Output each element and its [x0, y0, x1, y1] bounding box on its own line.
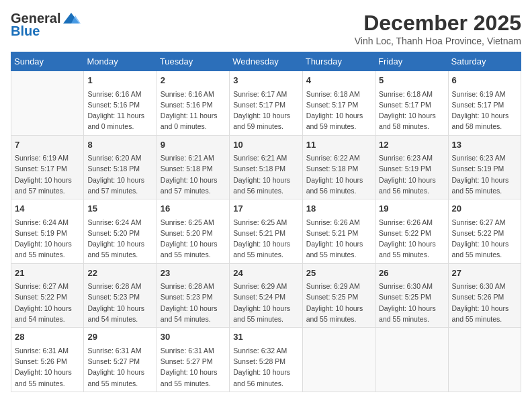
day-info: Sunrise: 6:17 AMSunset: 5:17 PMDaylight:… — [233, 89, 298, 132]
day-cell: 31Sunrise: 6:32 AMSunset: 5:28 PMDayligh… — [230, 328, 302, 392]
day-cell: 16Sunrise: 6:25 AMSunset: 5:20 PMDayligh… — [157, 199, 229, 264]
day-number: 26 — [379, 267, 444, 280]
day-info: Sunrise: 6:27 AMSunset: 5:22 PMDaylight:… — [15, 281, 80, 324]
day-info: Sunrise: 6:31 AMSunset: 5:26 PMDaylight:… — [15, 345, 80, 389]
day-info: Sunrise: 6:23 AMSunset: 5:19 PMDaylight:… — [379, 152, 444, 196]
day-number: 29 — [87, 330, 152, 344]
day-cell — [375, 328, 448, 392]
day-cell: 13Sunrise: 6:23 AMSunset: 5:19 PMDayligh… — [448, 135, 521, 199]
day-cell: 25Sunrise: 6:29 AMSunset: 5:25 PMDayligh… — [302, 263, 375, 328]
day-number: 17 — [233, 202, 298, 216]
day-info: Sunrise: 6:26 AMSunset: 5:21 PMDaylight:… — [306, 217, 371, 261]
day-info: Sunrise: 6:25 AMSunset: 5:20 PMDaylight:… — [161, 217, 226, 261]
col-header-wednesday: Wednesday — [230, 52, 302, 71]
day-number: 8 — [87, 138, 152, 152]
day-number: 15 — [87, 202, 152, 216]
week-row-4: 21Sunrise: 6:27 AMSunset: 5:22 PMDayligh… — [11, 263, 521, 328]
day-cell — [11, 71, 84, 136]
day-number: 27 — [452, 267, 517, 280]
day-cell: 12Sunrise: 6:23 AMSunset: 5:19 PMDayligh… — [375, 135, 448, 199]
day-cell: 8Sunrise: 6:20 AMSunset: 5:18 PMDaylight… — [84, 135, 157, 199]
day-number: 19 — [379, 202, 444, 216]
week-row-3: 14Sunrise: 6:24 AMSunset: 5:19 PMDayligh… — [11, 199, 521, 264]
day-cell: 27Sunrise: 6:30 AMSunset: 5:26 PMDayligh… — [448, 263, 521, 328]
subtitle: Vinh Loc, Thanh Hoa Province, Vietnam — [355, 36, 521, 46]
col-header-friday: Friday — [375, 52, 448, 71]
day-cell — [302, 328, 375, 392]
logo-blue-text: Blue — [11, 24, 40, 39]
day-info: Sunrise: 6:16 AMSunset: 5:16 PMDaylight:… — [161, 89, 226, 132]
day-cell: 23Sunrise: 6:28 AMSunset: 5:23 PMDayligh… — [157, 263, 229, 328]
day-cell: 21Sunrise: 6:27 AMSunset: 5:22 PMDayligh… — [11, 263, 84, 328]
day-info: Sunrise: 6:29 AMSunset: 5:25 PMDaylight:… — [306, 281, 371, 324]
day-number: 22 — [87, 267, 152, 280]
day-info: Sunrise: 6:30 AMSunset: 5:26 PMDaylight:… — [452, 281, 517, 324]
day-number: 20 — [452, 202, 517, 216]
day-cell: 6Sunrise: 6:19 AMSunset: 5:17 PMDaylight… — [448, 71, 521, 136]
day-info: Sunrise: 6:21 AMSunset: 5:18 PMDaylight:… — [233, 152, 298, 196]
col-header-sunday: Sunday — [11, 52, 84, 71]
day-info: Sunrise: 6:31 AMSunset: 5:27 PMDaylight:… — [161, 345, 226, 389]
day-number: 1 — [87, 74, 152, 87]
week-row-2: 7Sunrise: 6:19 AMSunset: 5:17 PMDaylight… — [11, 135, 521, 199]
day-info: Sunrise: 6:19 AMSunset: 5:17 PMDaylight:… — [15, 152, 80, 196]
day-info: Sunrise: 6:24 AMSunset: 5:20 PMDaylight:… — [87, 217, 152, 261]
day-cell: 17Sunrise: 6:25 AMSunset: 5:21 PMDayligh… — [230, 199, 302, 264]
day-cell: 26Sunrise: 6:30 AMSunset: 5:25 PMDayligh… — [375, 263, 448, 328]
day-info: Sunrise: 6:23 AMSunset: 5:19 PMDaylight:… — [452, 152, 517, 196]
col-header-thursday: Thursday — [302, 52, 375, 71]
logo-icon — [62, 11, 81, 26]
title-area: December 2025 Vinh Loc, Thanh Hoa Provin… — [355, 11, 521, 46]
col-header-monday: Monday — [84, 52, 157, 71]
day-number: 24 — [233, 267, 298, 280]
day-cell: 3Sunrise: 6:17 AMSunset: 5:17 PMDaylight… — [230, 71, 302, 136]
day-info: Sunrise: 6:25 AMSunset: 5:21 PMDaylight:… — [233, 217, 298, 261]
day-number: 28 — [15, 330, 80, 344]
day-info: Sunrise: 6:26 AMSunset: 5:22 PMDaylight:… — [379, 217, 444, 261]
day-number: 7 — [15, 138, 80, 152]
day-info: Sunrise: 6:32 AMSunset: 5:28 PMDaylight:… — [233, 345, 298, 389]
day-info: Sunrise: 6:18 AMSunset: 5:17 PMDaylight:… — [306, 89, 371, 132]
day-info: Sunrise: 6:31 AMSunset: 5:27 PMDaylight:… — [87, 345, 152, 389]
day-info: Sunrise: 6:28 AMSunset: 5:23 PMDaylight:… — [87, 281, 152, 324]
day-info: Sunrise: 6:27 AMSunset: 5:22 PMDaylight:… — [452, 217, 517, 261]
day-cell: 30Sunrise: 6:31 AMSunset: 5:27 PMDayligh… — [157, 328, 229, 392]
day-cell: 22Sunrise: 6:28 AMSunset: 5:23 PMDayligh… — [84, 263, 157, 328]
day-cell: 1Sunrise: 6:16 AMSunset: 5:16 PMDaylight… — [84, 71, 157, 136]
day-info: Sunrise: 6:22 AMSunset: 5:18 PMDaylight:… — [306, 152, 371, 196]
week-row-5: 28Sunrise: 6:31 AMSunset: 5:26 PMDayligh… — [11, 328, 521, 392]
col-header-tuesday: Tuesday — [157, 52, 229, 71]
day-info: Sunrise: 6:18 AMSunset: 5:17 PMDaylight:… — [379, 89, 444, 132]
day-number: 2 — [161, 74, 226, 87]
day-number: 21 — [15, 267, 80, 280]
day-number: 14 — [15, 202, 80, 216]
week-row-1: 1Sunrise: 6:16 AMSunset: 5:16 PMDaylight… — [11, 71, 521, 136]
day-number: 23 — [161, 267, 226, 280]
day-cell: 4Sunrise: 6:18 AMSunset: 5:17 PMDaylight… — [302, 71, 375, 136]
day-number: 10 — [233, 138, 298, 152]
day-number: 25 — [306, 267, 371, 280]
day-cell: 14Sunrise: 6:24 AMSunset: 5:19 PMDayligh… — [11, 199, 84, 264]
header-row: SundayMondayTuesdayWednesdayThursdayFrid… — [11, 52, 521, 71]
day-cell: 24Sunrise: 6:29 AMSunset: 5:24 PMDayligh… — [230, 263, 302, 328]
day-cell: 28Sunrise: 6:31 AMSunset: 5:26 PMDayligh… — [11, 328, 84, 392]
day-cell: 9Sunrise: 6:21 AMSunset: 5:18 PMDaylight… — [157, 135, 229, 199]
logo: General Blue — [11, 11, 81, 39]
day-cell: 20Sunrise: 6:27 AMSunset: 5:22 PMDayligh… — [448, 199, 521, 264]
day-number: 16 — [161, 202, 226, 216]
day-number: 3 — [233, 74, 298, 87]
day-cell — [448, 328, 521, 392]
col-header-saturday: Saturday — [448, 52, 521, 71]
day-info: Sunrise: 6:29 AMSunset: 5:24 PMDaylight:… — [233, 281, 298, 324]
day-number: 30 — [161, 330, 226, 344]
day-cell: 15Sunrise: 6:24 AMSunset: 5:20 PMDayligh… — [84, 199, 157, 264]
day-cell: 7Sunrise: 6:19 AMSunset: 5:17 PMDaylight… — [11, 135, 84, 199]
day-info: Sunrise: 6:20 AMSunset: 5:18 PMDaylight:… — [87, 152, 152, 196]
day-number: 4 — [306, 74, 371, 87]
day-info: Sunrise: 6:24 AMSunset: 5:19 PMDaylight:… — [15, 217, 80, 261]
calendar-table: SundayMondayTuesdayWednesdayThursdayFrid… — [11, 52, 521, 392]
day-cell: 18Sunrise: 6:26 AMSunset: 5:21 PMDayligh… — [302, 199, 375, 264]
day-number: 12 — [379, 138, 444, 152]
header: General Blue December 2025 Vinh Loc, Tha… — [11, 11, 521, 46]
day-number: 9 — [161, 138, 226, 152]
